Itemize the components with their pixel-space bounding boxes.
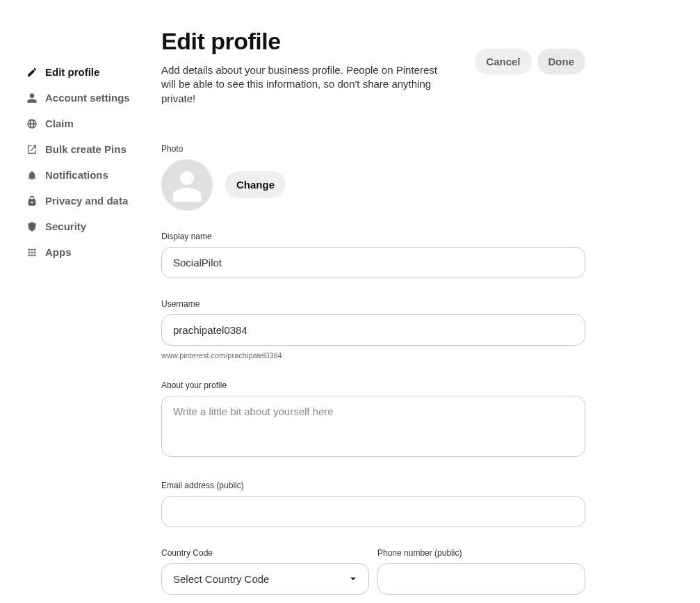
sidebar-item-label: Apps: [45, 246, 72, 258]
sidebar-item-security[interactable]: Security: [26, 214, 161, 239]
sidebar-item-label: Notifications: [45, 169, 108, 181]
about-label: About your profile: [161, 380, 585, 390]
import-icon: [26, 144, 38, 155]
phone-input[interactable]: [377, 563, 585, 595]
phone-label: Phone number (public): [377, 548, 585, 558]
sidebar-item-apps[interactable]: Apps: [26, 239, 161, 265]
settings-sidebar: Edit profile Account settings Claim Bulk…: [0, 21, 161, 603]
sidebar-item-label: Privacy and data: [45, 195, 128, 207]
sidebar-item-edit-profile[interactable]: Edit profile: [26, 59, 161, 85]
about-textarea[interactable]: [161, 396, 585, 457]
username-input[interactable]: [161, 314, 585, 346]
username-helper: www.pinterest.com/prachipatel0384: [161, 351, 585, 360]
display-name-input[interactable]: [161, 247, 585, 278]
change-photo-button[interactable]: Change: [225, 171, 286, 198]
page-subtitle: Add details about your business profile.…: [161, 63, 439, 106]
lock-icon: [26, 195, 38, 207]
sidebar-item-notifications[interactable]: Notifications: [26, 162, 161, 188]
photo-label: Photo: [161, 144, 585, 154]
apps-icon: [26, 247, 38, 258]
done-button[interactable]: Done: [537, 49, 586, 74]
email-label: Email address (public): [161, 481, 585, 490]
sidebar-item-bulk-create[interactable]: Bulk create Pins: [26, 136, 161, 162]
pencil-icon: [26, 67, 38, 78]
sidebar-item-label: Account settings: [45, 92, 130, 104]
email-input[interactable]: [161, 496, 585, 527]
username-label: Username: [161, 299, 585, 309]
sidebar-item-privacy[interactable]: Privacy and data: [26, 188, 161, 214]
sidebar-item-claim[interactable]: Claim: [26, 111, 161, 136]
avatar: [161, 159, 213, 211]
country-code-label: Country Code: [161, 548, 369, 558]
display-name-label: Display name: [161, 232, 585, 241]
cancel-button[interactable]: Cancel: [475, 49, 531, 74]
bell-icon: [26, 170, 38, 181]
sidebar-item-account-settings[interactable]: Account settings: [26, 85, 161, 111]
shield-icon: [26, 221, 38, 232]
globe-icon: [26, 118, 38, 129]
sidebar-item-label: Security: [45, 220, 86, 232]
person-icon: [26, 93, 38, 104]
sidebar-item-label: Bulk create Pins: [45, 143, 127, 155]
page-title: Edit profile: [161, 28, 439, 55]
sidebar-item-label: Claim: [45, 118, 74, 129]
country-code-select[interactable]: [161, 563, 369, 595]
main-content: Edit profile Add details about your busi…: [161, 21, 606, 603]
sidebar-item-label: Edit profile: [45, 66, 99, 78]
